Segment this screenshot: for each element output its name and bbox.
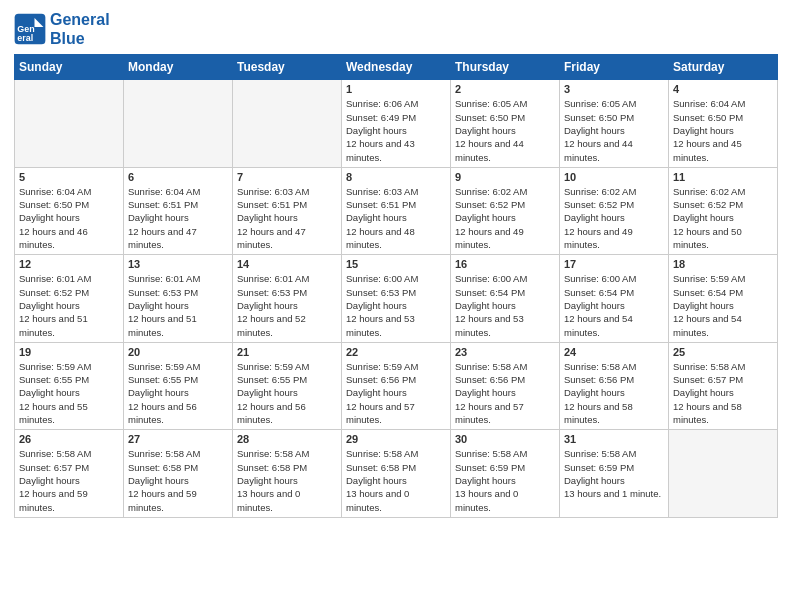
calendar-cell: 23 Sunrise: 5:58 AM Sunset: 6:56 PM Dayl… bbox=[451, 342, 560, 429]
day-info: Sunrise: 5:58 AM Sunset: 6:58 PM Dayligh… bbox=[346, 447, 446, 513]
svg-text:eral: eral bbox=[17, 33, 33, 43]
day-info: Sunrise: 5:58 AM Sunset: 6:58 PM Dayligh… bbox=[237, 447, 337, 513]
sunrise-label: Sunrise: 5:58 AM bbox=[19, 448, 91, 459]
sunrise-label: Sunrise: 6:04 AM bbox=[673, 98, 745, 109]
sunrise-label: Sunrise: 6:05 AM bbox=[564, 98, 636, 109]
daylight-label: Daylight hours bbox=[128, 300, 189, 311]
day-info: Sunrise: 6:03 AM Sunset: 6:51 PM Dayligh… bbox=[346, 185, 446, 251]
daylight-label: Daylight hours bbox=[19, 475, 80, 486]
day-number: 10 bbox=[564, 171, 664, 183]
daylight-value: 12 hours and 57 minutes. bbox=[346, 401, 415, 425]
sunset-label: Sunset: 6:55 PM bbox=[128, 374, 198, 385]
day-info: Sunrise: 6:00 AM Sunset: 6:54 PM Dayligh… bbox=[564, 272, 664, 338]
day-number: 29 bbox=[346, 433, 446, 445]
day-info: Sunrise: 6:03 AM Sunset: 6:51 PM Dayligh… bbox=[237, 185, 337, 251]
day-number: 17 bbox=[564, 258, 664, 270]
daylight-label: Daylight hours bbox=[564, 475, 625, 486]
sunset-label: Sunset: 6:59 PM bbox=[455, 462, 525, 473]
day-info: Sunrise: 5:58 AM Sunset: 6:58 PM Dayligh… bbox=[128, 447, 228, 513]
calendar-cell: 2 Sunrise: 6:05 AM Sunset: 6:50 PM Dayli… bbox=[451, 80, 560, 167]
col-thursday: Thursday bbox=[451, 55, 560, 80]
sunset-label: Sunset: 6:53 PM bbox=[128, 287, 198, 298]
calendar-cell bbox=[669, 430, 778, 517]
daylight-value: 12 hours and 53 minutes. bbox=[346, 313, 415, 337]
sunrise-label: Sunrise: 5:58 AM bbox=[673, 361, 745, 372]
day-number: 16 bbox=[455, 258, 555, 270]
sunrise-label: Sunrise: 6:02 AM bbox=[455, 186, 527, 197]
daylight-value: 12 hours and 51 minutes. bbox=[19, 313, 88, 337]
calendar-header: Sunday Monday Tuesday Wednesday Thursday… bbox=[15, 55, 778, 80]
sunset-label: Sunset: 6:52 PM bbox=[564, 199, 634, 210]
daylight-value: 13 hours and 1 minute. bbox=[564, 488, 661, 499]
day-info: Sunrise: 6:05 AM Sunset: 6:50 PM Dayligh… bbox=[455, 97, 555, 163]
calendar-cell: 20 Sunrise: 5:59 AM Sunset: 6:55 PM Dayl… bbox=[124, 342, 233, 429]
day-number: 9 bbox=[455, 171, 555, 183]
daylight-value: 12 hours and 59 minutes. bbox=[19, 488, 88, 512]
col-sunday: Sunday bbox=[15, 55, 124, 80]
day-number: 22 bbox=[346, 346, 446, 358]
day-number: 31 bbox=[564, 433, 664, 445]
calendar-cell: 14 Sunrise: 6:01 AM Sunset: 6:53 PM Dayl… bbox=[233, 255, 342, 342]
sunrise-label: Sunrise: 5:58 AM bbox=[237, 448, 309, 459]
daylight-value: 13 hours and 0 minutes. bbox=[346, 488, 409, 512]
daylight-label: Daylight hours bbox=[564, 125, 625, 136]
daylight-label: Daylight hours bbox=[237, 387, 298, 398]
day-info: Sunrise: 5:58 AM Sunset: 6:56 PM Dayligh… bbox=[455, 360, 555, 426]
daylight-label: Daylight hours bbox=[455, 300, 516, 311]
sunset-label: Sunset: 6:53 PM bbox=[346, 287, 416, 298]
sunrise-label: Sunrise: 5:58 AM bbox=[346, 448, 418, 459]
daylight-label: Daylight hours bbox=[455, 212, 516, 223]
day-info: Sunrise: 5:59 AM Sunset: 6:55 PM Dayligh… bbox=[237, 360, 337, 426]
day-info: Sunrise: 5:58 AM Sunset: 6:57 PM Dayligh… bbox=[19, 447, 119, 513]
daylight-value: 12 hours and 58 minutes. bbox=[564, 401, 633, 425]
day-info: Sunrise: 6:06 AM Sunset: 6:49 PM Dayligh… bbox=[346, 97, 446, 163]
calendar-cell bbox=[124, 80, 233, 167]
calendar-cell: 8 Sunrise: 6:03 AM Sunset: 6:51 PM Dayli… bbox=[342, 167, 451, 254]
daylight-label: Daylight hours bbox=[673, 125, 734, 136]
calendar-cell: 27 Sunrise: 5:58 AM Sunset: 6:58 PM Dayl… bbox=[124, 430, 233, 517]
calendar-cell: 15 Sunrise: 6:00 AM Sunset: 6:53 PM Dayl… bbox=[342, 255, 451, 342]
sunset-label: Sunset: 6:51 PM bbox=[346, 199, 416, 210]
calendar-cell: 25 Sunrise: 5:58 AM Sunset: 6:57 PM Dayl… bbox=[669, 342, 778, 429]
daylight-value: 12 hours and 54 minutes. bbox=[564, 313, 633, 337]
col-wednesday: Wednesday bbox=[342, 55, 451, 80]
day-info: Sunrise: 5:59 AM Sunset: 6:55 PM Dayligh… bbox=[19, 360, 119, 426]
sunset-label: Sunset: 6:50 PM bbox=[564, 112, 634, 123]
calendar-cell: 18 Sunrise: 5:59 AM Sunset: 6:54 PM Dayl… bbox=[669, 255, 778, 342]
sunset-label: Sunset: 6:52 PM bbox=[673, 199, 743, 210]
day-info: Sunrise: 6:01 AM Sunset: 6:52 PM Dayligh… bbox=[19, 272, 119, 338]
sunrise-label: Sunrise: 6:01 AM bbox=[237, 273, 309, 284]
day-info: Sunrise: 6:00 AM Sunset: 6:53 PM Dayligh… bbox=[346, 272, 446, 338]
calendar-cell: 10 Sunrise: 6:02 AM Sunset: 6:52 PM Dayl… bbox=[560, 167, 669, 254]
calendar-cell: 7 Sunrise: 6:03 AM Sunset: 6:51 PM Dayli… bbox=[233, 167, 342, 254]
day-number: 11 bbox=[673, 171, 773, 183]
daylight-value: 12 hours and 56 minutes. bbox=[237, 401, 306, 425]
sunset-label: Sunset: 6:53 PM bbox=[237, 287, 307, 298]
day-number: 15 bbox=[346, 258, 446, 270]
sunset-label: Sunset: 6:51 PM bbox=[237, 199, 307, 210]
sunset-label: Sunset: 6:55 PM bbox=[237, 374, 307, 385]
calendar-cell: 21 Sunrise: 5:59 AM Sunset: 6:55 PM Dayl… bbox=[233, 342, 342, 429]
day-info: Sunrise: 5:58 AM Sunset: 6:57 PM Dayligh… bbox=[673, 360, 773, 426]
day-info: Sunrise: 6:02 AM Sunset: 6:52 PM Dayligh… bbox=[564, 185, 664, 251]
sunset-label: Sunset: 6:57 PM bbox=[673, 374, 743, 385]
daylight-label: Daylight hours bbox=[673, 212, 734, 223]
daylight-label: Daylight hours bbox=[237, 300, 298, 311]
calendar-cell bbox=[15, 80, 124, 167]
day-number: 25 bbox=[673, 346, 773, 358]
sunrise-label: Sunrise: 6:00 AM bbox=[564, 273, 636, 284]
col-friday: Friday bbox=[560, 55, 669, 80]
day-number: 7 bbox=[237, 171, 337, 183]
sunset-label: Sunset: 6:50 PM bbox=[19, 199, 89, 210]
day-info: Sunrise: 5:58 AM Sunset: 6:59 PM Dayligh… bbox=[564, 447, 664, 500]
calendar-cell: 4 Sunrise: 6:04 AM Sunset: 6:50 PM Dayli… bbox=[669, 80, 778, 167]
sunset-label: Sunset: 6:54 PM bbox=[455, 287, 525, 298]
sunset-label: Sunset: 6:56 PM bbox=[346, 374, 416, 385]
day-number: 19 bbox=[19, 346, 119, 358]
sunrise-label: Sunrise: 5:58 AM bbox=[455, 448, 527, 459]
sunrise-label: Sunrise: 6:01 AM bbox=[19, 273, 91, 284]
day-number: 28 bbox=[237, 433, 337, 445]
sunset-label: Sunset: 6:52 PM bbox=[455, 199, 525, 210]
daylight-label: Daylight hours bbox=[564, 387, 625, 398]
daylight-value: 12 hours and 53 minutes. bbox=[455, 313, 524, 337]
